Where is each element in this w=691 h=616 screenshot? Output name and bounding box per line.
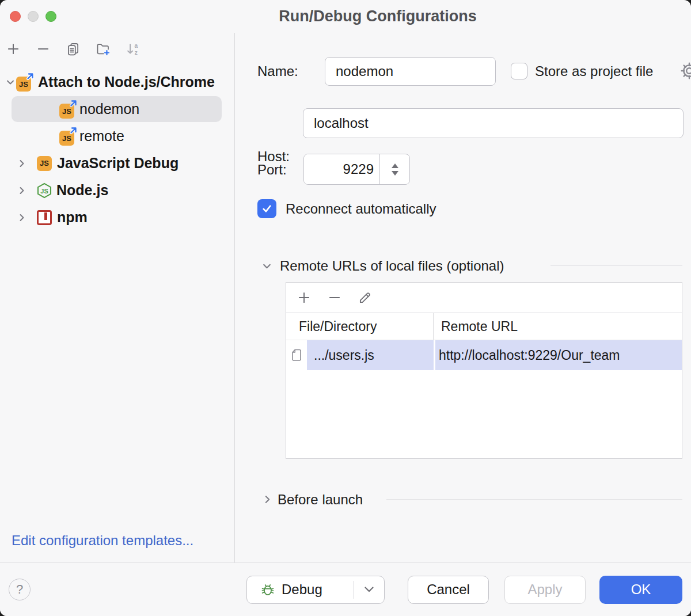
cell-file-directory[interactable]: .../users.js (307, 340, 434, 370)
configurations-tree: JS Attach to Node.js/Chrome JS (0, 69, 234, 231)
chevron-down-icon[interactable] (364, 586, 374, 593)
checkmark-icon (261, 203, 273, 215)
js-attach-icon: JS (59, 100, 78, 119)
column-header-file-directory[interactable]: File/Directory (286, 313, 434, 340)
dialog-title: Run/Debug Configurations (64, 7, 691, 25)
apply-button[interactable]: Apply (504, 576, 586, 604)
tree-item-attach-to-nodejs-chrome[interactable]: JS Attach to Node.js/Chrome (0, 69, 234, 96)
add-row-icon[interactable] (296, 290, 312, 306)
tree-item-npm[interactable]: npm (0, 204, 234, 231)
npm-icon (37, 210, 52, 225)
gear-icon[interactable] (679, 61, 691, 81)
tree-item-label: nodemon (79, 101, 139, 117)
zoom-window-button[interactable] (45, 11, 56, 22)
stepper-down-icon[interactable] (391, 170, 399, 176)
port-label: Port: (257, 162, 287, 178)
svg-text:a: a (134, 43, 138, 49)
run-debug-configurations-dialog: Run/Debug Configurations (0, 0, 691, 616)
add-configuration-icon[interactable] (5, 41, 21, 57)
new-folder-icon[interactable] (95, 41, 111, 57)
remote-urls-table: File/Directory Remote URL .../users.js h… (286, 282, 682, 459)
tree-item-label: JavaScript Debug (57, 155, 179, 172)
sort-configurations-icon[interactable]: a z (125, 41, 141, 57)
ok-button[interactable]: OK (599, 576, 682, 604)
column-header-remote-url[interactable]: Remote URL (434, 319, 518, 334)
tree-item-javascript-debug[interactable]: JS JavaScript Debug (0, 150, 234, 177)
name-label: Name: (257, 63, 298, 79)
js-attach-icon: JS (16, 73, 35, 92)
tree-item-label: npm (57, 209, 88, 226)
chevron-right-icon[interactable] (16, 185, 28, 196)
button-divider (354, 581, 354, 599)
file-icon (291, 349, 302, 362)
tree-item-remote[interactable]: JS remote (0, 123, 234, 150)
remove-row-icon[interactable] (326, 290, 342, 306)
section-chevron-right-icon[interactable] (262, 494, 273, 505)
close-window-button[interactable] (10, 11, 21, 22)
host-input[interactable] (303, 108, 684, 138)
traffic-lights (10, 11, 56, 22)
js-icon: JS (37, 156, 52, 171)
store-as-project-file-checkbox[interactable] (511, 63, 527, 79)
before-launch-section-header[interactable]: Before launch (278, 492, 363, 508)
tree-item-label: Node.js (56, 182, 108, 199)
table-header: File/Directory Remote URL (286, 313, 682, 340)
section-divider (550, 265, 682, 266)
debug-button[interactable]: Debug (246, 576, 385, 604)
section-divider (386, 499, 682, 500)
nodejs-icon: JS (36, 182, 53, 199)
configuration-form: Name: Store as project file Host: Port: (235, 33, 691, 562)
tree-item-label: Attach to Node.js/Chrome (38, 74, 215, 90)
remote-urls-section-header[interactable]: Remote URLs of local files (optional) (280, 258, 504, 274)
name-input[interactable] (325, 57, 496, 86)
copy-configuration-icon[interactable] (65, 41, 81, 57)
reconnect-automatically-label: Reconnect automatically (286, 201, 436, 217)
tree-item-nodejs[interactable]: JS Node.js (0, 177, 234, 204)
js-attach-icon: JS (59, 127, 78, 146)
table-toolbar (286, 283, 682, 313)
tree-item-nodemon[interactable]: JS nodemon (0, 96, 234, 123)
table-row[interactable]: .../users.js http://localhost:9229/Our_t… (286, 340, 682, 370)
remove-configuration-icon[interactable] (35, 41, 51, 57)
svg-text:z: z (134, 50, 137, 56)
help-button[interactable]: ? (9, 579, 31, 600)
port-stepper[interactable] (379, 154, 409, 184)
tree-item-label: remote (79, 128, 124, 145)
svg-text:JS: JS (40, 187, 48, 194)
bug-icon (260, 582, 275, 597)
chevron-right-icon[interactable] (16, 158, 28, 169)
minimize-window-button[interactable] (28, 11, 39, 22)
edit-row-icon[interactable] (357, 290, 373, 306)
configurations-sidebar: a z JS (0, 33, 235, 562)
titlebar: Run/Debug Configurations (0, 0, 691, 33)
store-as-project-file-label: Store as project file (535, 63, 653, 79)
section-chevron-down-icon[interactable] (261, 261, 272, 272)
port-input[interactable] (304, 154, 379, 184)
debug-button-label: Debug (282, 581, 322, 598)
reconnect-automatically-checkbox[interactable] (257, 199, 276, 218)
dialog-footer: ? Debug Cancel Apply OK (0, 562, 691, 616)
cancel-button[interactable]: Cancel (408, 576, 489, 604)
stepper-up-icon[interactable] (391, 163, 399, 169)
chevron-right-icon[interactable] (16, 212, 28, 223)
edit-configuration-templates-link[interactable]: Edit configuration templates... (12, 533, 193, 549)
port-spinner (303, 154, 410, 185)
chevron-down-icon[interactable] (5, 77, 16, 88)
row-gutter (286, 340, 307, 370)
cell-remote-url[interactable]: http://localhost:9229/Our_team (435, 340, 682, 370)
sidebar-toolbar: a z (5, 37, 141, 60)
